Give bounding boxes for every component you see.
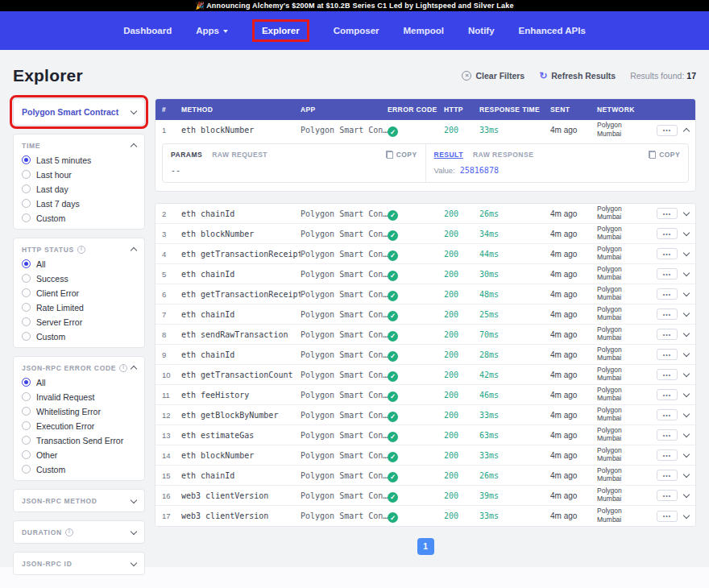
chevron-down-icon[interactable] bbox=[683, 209, 690, 216]
filter-option-other[interactable]: Other bbox=[22, 450, 136, 459]
radio-selected[interactable] bbox=[22, 259, 31, 268]
radio-unselected[interactable] bbox=[22, 170, 31, 179]
table-row[interactable]: 7eth_chainIdPolygon Smart Con…✓20025ms4m… bbox=[155, 304, 695, 325]
chevron-up-icon[interactable] bbox=[131, 143, 137, 150]
row-menu-button[interactable]: ••• bbox=[657, 329, 678, 340]
row-menu-button[interactable]: ••• bbox=[657, 470, 678, 481]
radio-unselected[interactable] bbox=[22, 465, 31, 474]
chevron-down-icon[interactable] bbox=[683, 431, 690, 437]
chevron-down-icon[interactable] bbox=[683, 491, 690, 498]
radio-selected[interactable] bbox=[22, 378, 31, 387]
nav-item-enhanced-apis[interactable]: Enhanced APIs bbox=[519, 26, 586, 35]
chevron-down-icon[interactable] bbox=[683, 391, 690, 397]
filter-section-header[interactable]: HTTP STATUSi bbox=[22, 245, 136, 254]
table-row[interactable]: 3eth_blockNumberPolygon Smart Con…✓20034… bbox=[155, 224, 695, 244]
filter-option-last-hour[interactable]: Last hour bbox=[22, 170, 136, 179]
nav-item-notify[interactable]: Notify bbox=[468, 26, 495, 35]
table-row[interactable]: 11eth_feeHistoryPolygon Smart Con…✓20046… bbox=[155, 385, 695, 405]
row-menu-button[interactable]: ••• bbox=[657, 208, 678, 219]
radio-unselected[interactable] bbox=[22, 317, 31, 326]
table-row[interactable]: 8eth_sendRawTransactionPolygon Smart Con… bbox=[155, 325, 695, 345]
filter-section-header[interactable]: JSON-RPC ID bbox=[22, 559, 136, 568]
nav-item-apps[interactable]: Apps bbox=[196, 26, 228, 35]
filter-option-whitelisting-error[interactable]: Whitelisting Error bbox=[22, 407, 136, 416]
table-row[interactable]: 6eth_getTransactionReceiptPolygon Smart … bbox=[155, 284, 695, 304]
filter-option-custom[interactable]: Custom bbox=[22, 465, 136, 474]
filter-option-last-7-days[interactable]: Last 7 days bbox=[22, 199, 136, 208]
filter-section-header[interactable]: JSON-RPC ERROR CODEi bbox=[22, 363, 136, 372]
row-menu-button[interactable]: ••• bbox=[657, 511, 678, 522]
tab-params[interactable]: PARAMS bbox=[171, 151, 202, 159]
filter-section-header[interactable]: JSON-RPC METHOD bbox=[22, 496, 136, 505]
filter-option-all[interactable]: All bbox=[22, 378, 136, 387]
row-menu-button[interactable]: ••• bbox=[657, 369, 678, 380]
filter-option-execution-error[interactable]: Execution Error bbox=[22, 421, 136, 430]
chevron-down-icon[interactable] bbox=[683, 371, 690, 377]
radio-unselected[interactable] bbox=[22, 436, 31, 445]
app-filter-dropdown[interactable]: Polygon Smart Contract bbox=[13, 98, 145, 126]
chevron-down-icon[interactable] bbox=[131, 528, 137, 534]
chevron-down-icon[interactable] bbox=[131, 496, 137, 503]
chevron-down-icon[interactable] bbox=[683, 270, 690, 276]
table-row[interactable]: 16web3_clientVersionPolygon Smart Con…✓2… bbox=[155, 486, 695, 506]
table-row[interactable]: 9eth_chainIdPolygon Smart Con…✓20028ms4m… bbox=[155, 345, 695, 365]
chevron-down-icon[interactable] bbox=[683, 511, 690, 518]
row-menu-button[interactable]: ••• bbox=[657, 429, 678, 441]
table-row[interactable]: 15eth_chainIdPolygon Smart Con…✓20026ms4… bbox=[155, 466, 695, 486]
row-menu-button[interactable]: ••• bbox=[657, 288, 678, 300]
chevron-up-icon[interactable] bbox=[131, 247, 137, 254]
row-menu-button[interactable]: ••• bbox=[657, 268, 678, 280]
row-menu-button[interactable]: ••• bbox=[657, 389, 678, 400]
nav-item-composer[interactable]: Composer bbox=[334, 26, 379, 35]
table-row[interactable]: 12eth_getBlockByNumberPolygon Smart Con…… bbox=[155, 405, 695, 425]
chevron-up-icon[interactable] bbox=[131, 366, 137, 372]
radio-unselected[interactable] bbox=[22, 392, 31, 401]
radio-unselected[interactable] bbox=[22, 213, 31, 222]
tab-raw-request[interactable]: RAW REQUEST bbox=[212, 151, 267, 159]
filter-option-invalid-request[interactable]: Invalid Request bbox=[22, 392, 136, 401]
filter-option-success[interactable]: Success bbox=[22, 274, 136, 283]
radio-unselected[interactable] bbox=[22, 450, 31, 459]
nav-item-dashboard[interactable]: Dashboard bbox=[123, 26, 172, 35]
row-menu-button[interactable]: ••• bbox=[657, 125, 678, 136]
chevron-down-icon[interactable] bbox=[131, 559, 137, 565]
table-row[interactable]: 14eth_blockNumberPolygon Smart Con…✓2003… bbox=[155, 445, 695, 466]
filter-option-server-error[interactable]: Server Error bbox=[22, 317, 136, 326]
chevron-down-icon[interactable] bbox=[683, 250, 690, 256]
radio-unselected[interactable] bbox=[22, 332, 31, 341]
radio-unselected[interactable] bbox=[22, 288, 31, 297]
row-menu-button[interactable]: ••• bbox=[657, 248, 678, 259]
radio-unselected[interactable] bbox=[22, 184, 31, 193]
radio-unselected[interactable] bbox=[22, 274, 31, 283]
filter-option-transaction-send-error[interactable]: Transaction Send Error bbox=[22, 436, 136, 445]
row-menu-button[interactable]: ••• bbox=[657, 409, 678, 420]
row-menu-button[interactable]: ••• bbox=[657, 490, 678, 501]
radio-selected[interactable] bbox=[22, 155, 31, 164]
copy-response-button[interactable]: COPY bbox=[649, 151, 680, 159]
nav-item-mempool[interactable]: Mempool bbox=[404, 26, 444, 35]
row-menu-button[interactable]: ••• bbox=[657, 228, 678, 239]
chevron-down-icon[interactable] bbox=[683, 330, 690, 337]
table-row[interactable]: 13eth_estimateGasPolygon Smart Con…✓2006… bbox=[155, 425, 695, 445]
filter-section-header[interactable]: TIME bbox=[22, 141, 136, 150]
table-row[interactable]: 5eth_chainIdPolygon Smart Con…✓20030ms4m… bbox=[155, 264, 695, 284]
radio-unselected[interactable] bbox=[22, 407, 31, 416]
chevron-down-icon[interactable] bbox=[683, 310, 690, 317]
filter-option-all[interactable]: All bbox=[22, 259, 136, 268]
radio-unselected[interactable] bbox=[22, 199, 31, 208]
copy-request-button[interactable]: COPY bbox=[386, 151, 417, 159]
chevron-down-icon[interactable] bbox=[683, 411, 690, 417]
page-button-1[interactable]: 1 bbox=[417, 538, 434, 555]
chevron-down-icon[interactable] bbox=[683, 471, 690, 478]
filter-section-header[interactable]: DURATIONi bbox=[22, 528, 136, 536]
table-row[interactable]: 17web3_clientVersionPolygon Smart Con…✓2… bbox=[155, 506, 695, 526]
filter-option-last-day[interactable]: Last day bbox=[22, 184, 136, 193]
filter-option-custom[interactable]: Custom bbox=[22, 332, 136, 341]
nav-item-explorer[interactable]: Explorer bbox=[252, 19, 309, 42]
chevron-down-icon[interactable] bbox=[683, 230, 690, 236]
filter-option-client-error[interactable]: Client Error bbox=[22, 288, 136, 297]
tab-raw-response[interactable]: RAW RESPONSE bbox=[473, 151, 533, 159]
table-row[interactable]: 4eth_getTransactionReceiptPolygon Smart … bbox=[155, 244, 695, 264]
table-row[interactable]: 2eth_chainIdPolygon Smart Con…✓20026ms4m… bbox=[155, 204, 695, 224]
table-row[interactable]: 1eth_blockNumberPolygon Smart Con…✓20033… bbox=[155, 120, 695, 140]
